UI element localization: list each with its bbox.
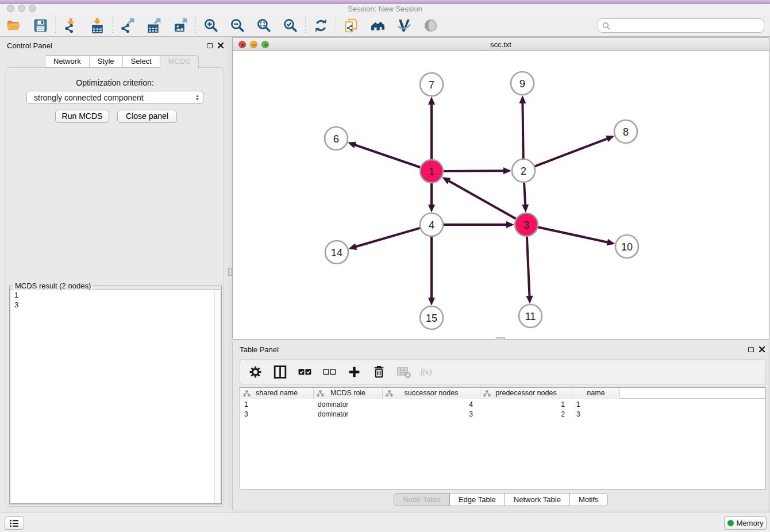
memory-button[interactable]: Memory: [724, 516, 767, 530]
mcds-result-node[interactable]: 3: [10, 300, 221, 310]
control-panel-tabs: NetworkStyleSelectMCDS: [45, 55, 199, 68]
table-cell[interactable]: dominator: [314, 410, 383, 419]
mcds-result-node[interactable]: 1: [10, 290, 221, 300]
graph-node-label-14: 14: [331, 247, 342, 259]
tab-network[interactable]: Network: [45, 55, 89, 68]
canvas-resize-grip[interactable]: [496, 337, 505, 340]
criterion-dropdown[interactable]: strongly connected component ▲▼: [26, 91, 203, 104]
graph-edge-arrow-4-15: [428, 298, 435, 306]
tab-node-table[interactable]: Node Table: [394, 494, 450, 506]
window-title: Session: New Session: [0, 4, 770, 14]
column-header-name[interactable]: name: [572, 388, 620, 399]
table-panel-float-icon[interactable]: [748, 347, 754, 352]
close-panel-icon[interactable]: [217, 42, 224, 49]
refresh-network-icon[interactable]: [313, 17, 329, 33]
table-cell[interactable]: dominator: [314, 400, 383, 409]
table-panel-close-icon[interactable]: [759, 346, 765, 353]
tab-edge-table[interactable]: Edge Table: [450, 494, 505, 506]
search-input[interactable]: [613, 20, 764, 32]
export-table-icon[interactable]: [146, 17, 162, 33]
table-cell[interactable]: 4: [383, 400, 480, 409]
graph-edge-2-3[interactable]: [524, 182, 525, 206]
network-zoom-traffic-light[interactable]: [261, 41, 269, 48]
criterion-dropdown-value: strongly connected component: [34, 93, 144, 102]
new-network-from-selection-icon[interactable]: [343, 17, 359, 33]
graph-edge-arrow-4-14: [348, 243, 357, 250]
deselect-all-rows-icon[interactable]: [321, 364, 337, 380]
table-cell[interactable]: 1: [572, 400, 620, 409]
zoom-in-icon[interactable]: [203, 17, 219, 33]
toolbar-separator: [55, 16, 56, 34]
network-window-title: scc.txt: [233, 38, 769, 51]
import-table-from-file-icon[interactable]: [89, 17, 105, 33]
column-header-shared-name[interactable]: shared name: [240, 388, 314, 399]
zoom-out-icon[interactable]: [229, 17, 245, 33]
zoom-selected-icon[interactable]: [282, 17, 298, 33]
delete-column-icon[interactable]: [371, 364, 387, 380]
mcds-result-list[interactable]: 13: [10, 290, 221, 504]
column-header-MCDS-role[interactable]: MCDS role: [314, 388, 383, 399]
graph-edge-1-6[interactable]: [354, 145, 421, 168]
close-panel-button[interactable]: Close panel: [117, 110, 177, 123]
toolbar-separator: [195, 16, 196, 34]
graph-edge-3-11[interactable]: [527, 236, 530, 297]
open-file-icon[interactable]: [6, 17, 22, 33]
optimization-criterion-label: Optimization criterion:: [1, 78, 229, 87]
network-graph: 7968124314101511: [233, 51, 769, 339]
toolbar-separator: [112, 16, 113, 34]
graph-edge-4-14[interactable]: [355, 228, 421, 247]
network-canvas[interactable]: 7968124314101511: [233, 51, 769, 339]
import-network-from-file-icon[interactable]: [63, 17, 79, 33]
graph-edge-3-1[interactable]: [448, 180, 517, 219]
float-panel-icon[interactable]: [207, 43, 213, 48]
memory-button-label: Memory: [737, 519, 764, 527]
result-scrollbar[interactable]: [214, 290, 221, 503]
tab-network-table[interactable]: Network Table: [505, 494, 570, 506]
table-cell[interactable]: 3: [240, 410, 314, 419]
graph-edge-2-8[interactable]: [534, 138, 608, 167]
graph-edge-arrow-1-6: [348, 142, 356, 148]
save-session-icon[interactable]: [32, 17, 48, 33]
network-minimize-traffic-light[interactable]: [250, 41, 257, 48]
select-all-rows-icon[interactable]: [297, 364, 313, 380]
table-row[interactable]: 3dominator323: [240, 410, 765, 419]
column-flag-icon: [243, 390, 251, 397]
apply-style-icon[interactable]: [396, 17, 412, 33]
graph-edge-arrow-4-3: [506, 221, 514, 228]
graph-edge-1-2[interactable]: [443, 171, 505, 171]
table-tabs-bar: Node TableEdge TableNetwork TableMotifs: [233, 493, 769, 506]
table-row[interactable]: 1dominator411: [240, 400, 765, 409]
table-cell[interactable]: 3: [572, 410, 620, 419]
graph-edge-3-10[interactable]: [538, 227, 609, 242]
show-hide-panel-icon[interactable]: [422, 17, 438, 33]
run-mcds-button[interactable]: Run MCDS: [55, 110, 109, 123]
search-box[interactable]: [598, 18, 764, 33]
graph-node-label-11: 11: [525, 311, 536, 322]
tab-style[interactable]: Style: [89, 55, 122, 68]
table-cell[interactable]: 2: [480, 410, 572, 419]
column-header-predecessor-nodes[interactable]: predecessor nodes: [480, 388, 572, 399]
vertical-splitter-grip[interactable]: [228, 268, 232, 276]
table-cell[interactable]: 1: [480, 400, 572, 409]
graph-edge-arrow-1-2: [503, 167, 511, 174]
export-image-icon[interactable]: [172, 17, 188, 33]
graph-node-label-9: 9: [519, 78, 525, 90]
first-neighbors-icon[interactable]: [369, 17, 386, 33]
toolbar-separator: [305, 16, 306, 34]
tab-motifs[interactable]: Motifs: [570, 494, 607, 506]
table-cell[interactable]: 3: [383, 410, 480, 419]
graph-edge-arrow-1-4: [428, 205, 435, 213]
tab-select[interactable]: Select: [122, 55, 160, 68]
toggle-columns-icon[interactable]: [272, 364, 288, 380]
table-settings-gear-icon[interactable]: [247, 364, 263, 380]
control-panel-title: Control Panel: [7, 41, 52, 50]
table-cell[interactable]: 1: [240, 400, 314, 409]
network-close-traffic-light[interactable]: [238, 41, 246, 48]
export-network-icon[interactable]: [120, 17, 136, 33]
column-header-successor-nodes[interactable]: successor nodes: [383, 388, 480, 399]
task-history-button[interactable]: [5, 516, 24, 530]
add-column-icon[interactable]: [346, 364, 362, 380]
graph-edge-2-9[interactable]: [522, 102, 523, 159]
zoom-fit-icon[interactable]: [256, 17, 272, 33]
tab-mcds[interactable]: MCDS: [160, 55, 199, 68]
